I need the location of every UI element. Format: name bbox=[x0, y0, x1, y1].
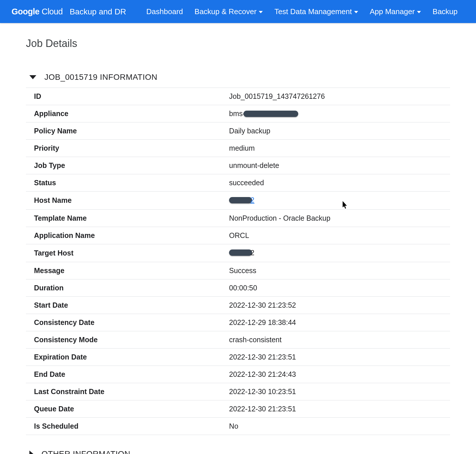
row-value: NonProduction - Oracle Backup bbox=[221, 209, 450, 227]
row-label: Job Type bbox=[26, 157, 221, 174]
row-value: unmount-delete bbox=[221, 157, 450, 174]
nav-item-app-manager[interactable]: App Manager bbox=[370, 7, 421, 16]
table-row: Policy NameDaily backup bbox=[26, 122, 450, 140]
table-row: Appliancebms- bbox=[26, 105, 450, 122]
product-name: Backup and DR bbox=[70, 7, 126, 16]
row-label: Queue Date bbox=[26, 400, 221, 418]
table-row: Statussucceeded bbox=[26, 174, 450, 192]
table-row: MessageSuccess bbox=[26, 262, 450, 279]
row-value: No bbox=[221, 418, 450, 435]
nav-item-label: App Manager bbox=[370, 7, 415, 16]
redacted-content bbox=[229, 249, 252, 256]
chevron-down-icon bbox=[417, 11, 421, 13]
row-label: Application Name bbox=[26, 227, 221, 244]
row-label: Host Name bbox=[26, 192, 221, 210]
row-label: Consistency Mode bbox=[26, 331, 221, 349]
table-row: Prioritymedium bbox=[26, 140, 450, 157]
nav-item-test-data-management[interactable]: Test Data Management bbox=[274, 7, 358, 16]
section-header-other-info[interactable]: OTHER INFORMATION bbox=[26, 447, 450, 454]
table-row: Is ScheduledNo bbox=[26, 418, 450, 435]
row-value: bms- bbox=[221, 105, 450, 122]
nav-item-label: Backup bbox=[432, 7, 458, 16]
row-label: Consistency Date bbox=[26, 314, 221, 331]
row-label: Last Constraint Date bbox=[26, 383, 221, 400]
row-value: 2 bbox=[221, 244, 450, 262]
table-row: Host Name2 bbox=[26, 192, 450, 210]
row-value: 2022-12-30 21:23:51 bbox=[221, 349, 450, 366]
chevron-right-icon bbox=[29, 451, 33, 454]
row-label: ID bbox=[26, 88, 221, 105]
nav-item-backup[interactable]: Backup bbox=[432, 7, 458, 16]
nav-item-backup-recover[interactable]: Backup & Recover bbox=[194, 7, 263, 16]
row-value: 2022-12-30 21:23:52 bbox=[221, 297, 450, 314]
row-label: Target Host bbox=[26, 244, 221, 262]
row-label: Priority bbox=[26, 140, 221, 157]
row-value: Success bbox=[221, 262, 450, 279]
row-value: medium bbox=[221, 140, 450, 157]
table-row: Target Host2 bbox=[26, 244, 450, 262]
row-label: Policy Name bbox=[26, 122, 221, 140]
redacted-content bbox=[229, 197, 252, 203]
section-title-other-info: OTHER INFORMATION bbox=[41, 449, 130, 454]
row-value: 2 bbox=[221, 192, 450, 210]
page-title: Job Details bbox=[26, 37, 450, 50]
nav-item-label: Test Data Management bbox=[274, 7, 352, 16]
chevron-down-icon bbox=[259, 11, 263, 13]
row-value: 2022-12-30 21:23:51 bbox=[221, 400, 450, 418]
row-label: Start Date bbox=[26, 297, 221, 314]
content-area: Job Details JOB_0015719 INFORMATION IDJo… bbox=[0, 23, 476, 454]
row-value: ORCL bbox=[221, 227, 450, 244]
table-row: Start Date2022-12-30 21:23:52 bbox=[26, 297, 450, 314]
row-value: 2022-12-30 21:24:43 bbox=[221, 366, 450, 383]
table-row: End Date2022-12-30 21:24:43 bbox=[26, 366, 450, 383]
table-row: Template NameNonProduction - Oracle Back… bbox=[26, 209, 450, 227]
table-row: IDJob_0015719_143747261276 bbox=[26, 88, 450, 105]
table-row: Consistency Modecrash-consistent bbox=[26, 331, 450, 349]
row-value: Daily backup bbox=[221, 122, 450, 140]
row-label: Duration bbox=[26, 279, 221, 297]
chevron-down-icon bbox=[29, 75, 36, 79]
section-header-job-info[interactable]: JOB_0015719 INFORMATION bbox=[26, 70, 450, 88]
row-label: Is Scheduled bbox=[26, 418, 221, 435]
row-label: End Date bbox=[26, 366, 221, 383]
row-value: succeeded bbox=[221, 174, 450, 192]
top-navigation-bar: Google Cloud Backup and DR DashboardBack… bbox=[0, 0, 476, 23]
redacted-content bbox=[243, 111, 298, 117]
nav-item-label: Backup & Recover bbox=[194, 7, 256, 16]
table-row: Duration00:00:50 bbox=[26, 279, 450, 297]
row-label: Template Name bbox=[26, 209, 221, 227]
nav-item-label: Dashboard bbox=[146, 7, 183, 16]
logo-group[interactable]: Google Cloud Backup and DR bbox=[12, 7, 126, 16]
target-host-suffix: 2 bbox=[250, 249, 254, 257]
table-row: Queue Date2022-12-30 21:23:51 bbox=[26, 400, 450, 418]
section-title-job-info: JOB_0015719 INFORMATION bbox=[44, 73, 157, 82]
appliance-prefix: bms- bbox=[229, 109, 245, 118]
table-row: Last Constraint Date2022-12-30 10:23:51 bbox=[26, 383, 450, 400]
row-value: crash-consistent bbox=[221, 331, 450, 349]
host-name-link[interactable]: 2 bbox=[250, 196, 254, 204]
row-value: 2022-12-29 18:38:44 bbox=[221, 314, 450, 331]
nav-items: DashboardBackup & RecoverTest Data Manag… bbox=[146, 7, 458, 16]
row-value: Job_0015719_143747261276 bbox=[221, 88, 450, 105]
google-cloud-logo: Google Cloud bbox=[12, 7, 63, 16]
table-row: Consistency Date2022-12-29 18:38:44 bbox=[26, 314, 450, 331]
job-details-table: IDJob_0015719_143747261276Appliancebms-P… bbox=[26, 88, 450, 435]
table-row: Job Typeunmount-delete bbox=[26, 157, 450, 174]
nav-item-dashboard[interactable]: Dashboard bbox=[146, 7, 183, 16]
table-row: Expiration Date2022-12-30 21:23:51 bbox=[26, 349, 450, 366]
row-label: Appliance bbox=[26, 105, 221, 122]
row-value: 2022-12-30 10:23:51 bbox=[221, 383, 450, 400]
row-label: Status bbox=[26, 174, 221, 192]
row-value: 00:00:50 bbox=[221, 279, 450, 297]
row-label: Message bbox=[26, 262, 221, 279]
chevron-down-icon bbox=[354, 11, 358, 13]
table-row: Application NameORCL bbox=[26, 227, 450, 244]
row-label: Expiration Date bbox=[26, 349, 221, 366]
